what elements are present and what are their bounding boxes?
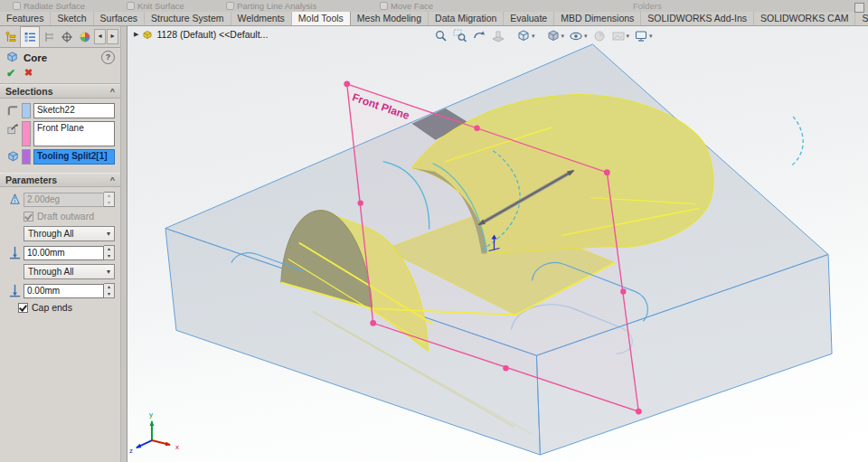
pull-direction-row: Front Plane (5, 121, 115, 146)
hide-show-items-button[interactable]: ▾ (568, 28, 589, 44)
tab-mesh-modeling[interactable]: Mesh Modeling (351, 12, 429, 25)
chevron-down-icon: ▾ (627, 33, 630, 40)
tab-weldments[interactable]: Weldments (231, 12, 292, 25)
tool-label: Radiate Surface (24, 1, 85, 11)
depth-2-row: ▴▾ (5, 283, 115, 298)
end-condition-1-select[interactable]: Through All ▾ (24, 226, 115, 241)
panel-splitter[interactable] (121, 26, 127, 462)
apply-scene-button[interactable]: ▾ (610, 28, 631, 44)
tab-mold-tools[interactable]: Mold Tools (292, 12, 351, 25)
tab-solidworks-add-ins[interactable]: SOLIDWORKS Add-Ins (641, 12, 754, 25)
feature-tree-breadcrumb[interactable]: ▶ 1128 (Default) <<Default... (134, 29, 268, 40)
tab-data-migration[interactable]: Data Migration (429, 12, 504, 25)
triad-z-label: z (129, 447, 133, 455)
display-style-icon (546, 29, 561, 43)
draft-angle-input[interactable] (24, 193, 104, 207)
tool-knit-surface[interactable]: Knit Surface (127, 0, 184, 12)
cap-ends-checkbox-row[interactable]: Cap ends (18, 302, 115, 313)
depth-2-icon (5, 283, 24, 298)
display-style-button[interactable]: ▾ (545, 28, 566, 44)
parameters-header-label: Parameters (5, 174, 57, 185)
parting-line-analysis-icon (226, 2, 234, 10)
ribbon-tab-bar: Features Sketch Surfaces Structure Syste… (0, 12, 868, 26)
core-body-selection[interactable]: Tooling Split2[1] (33, 149, 115, 165)
scene-icon (611, 29, 626, 43)
tab-property-manager[interactable] (20, 26, 40, 47)
tab-scroll-right-icon[interactable]: ▸ (107, 29, 118, 44)
flyout-tree-arrow-icon[interactable]: ▶ (134, 31, 138, 38)
view-orientation-button[interactable]: ▾ (515, 28, 536, 44)
section-view-button[interactable] (490, 28, 506, 44)
tab-features[interactable]: Features (0, 12, 51, 25)
tab-solidworks-cam[interactable]: SOLIDWORKS CAM (754, 12, 855, 25)
tab-solidworks-cam-tbm[interactable]: SOLIDWORKS CAM TBM (855, 12, 868, 25)
sketch-contour-icon (5, 103, 21, 118)
ok-button[interactable]: ✔ (6, 67, 15, 80)
previous-view-button[interactable] (471, 28, 487, 44)
tool-move-face[interactable]: Move Face (380, 0, 433, 12)
depth-1-row: ▴▾ (5, 245, 115, 260)
selections-group-header[interactable]: Selections ^ (0, 84, 120, 99)
tab-surfaces[interactable]: Surfaces (94, 12, 145, 25)
tab-structure-system[interactable]: Structure System (145, 12, 231, 25)
chevron-down-icon: ▾ (649, 33, 653, 40)
draft-angle-spinner[interactable]: ▴▾ (104, 192, 115, 207)
tab-configuration-manager[interactable] (40, 26, 58, 47)
pm-title-row: Core ? (0, 48, 120, 65)
feature-tree-icon (5, 31, 17, 43)
end-condition-2-select[interactable]: Through All ▾ (24, 264, 115, 279)
tab-dimxpert-manager[interactable] (58, 26, 76, 47)
draft-outward-label: Draft outward (37, 211, 94, 222)
tab-display-manager[interactable] (76, 26, 94, 47)
cap-ends-checkbox[interactable] (18, 303, 28, 313)
depth-1-input[interactable] (24, 246, 104, 260)
cancel-button[interactable]: ✖ (24, 67, 33, 80)
collapse-chevron-icon: ^ (110, 87, 115, 96)
depth-1-spinner[interactable]: ▴▾ (104, 245, 115, 260)
end-condition-2-value: Through All (28, 267, 74, 277)
tool-parting-line-analysis[interactable]: Parting Line Analysis (226, 0, 316, 12)
tab-evaluate[interactable]: Evaluate (504, 12, 554, 25)
tool-radiate-surface[interactable]: Radiate Surface (13, 0, 85, 12)
core-body-row: Tooling Split2[1] (5, 149, 115, 165)
tab-feature-tree[interactable] (2, 26, 20, 47)
configuration-manager-icon (42, 31, 55, 43)
pull-direction-selection[interactable]: Front Plane (33, 121, 115, 146)
view-settings-button[interactable]: ▾ (633, 28, 654, 44)
radiate-surface-icon (13, 2, 21, 10)
edit-appearance-button[interactable] (591, 28, 608, 44)
chevron-down-icon: ▾ (584, 33, 588, 40)
property-manager-icon (24, 31, 36, 43)
parameters-group-body: ▴▾ Draft outward Through All ▾ (0, 187, 120, 323)
zoom-to-area-button[interactable] (452, 28, 468, 44)
core-sketch-selection[interactable]: Sketch22 (33, 103, 115, 118)
tool-folders[interactable]: Folders (633, 0, 662, 12)
help-icon[interactable]: ? (101, 51, 115, 64)
tool-label: Move Face (391, 1, 433, 11)
tab-sketch[interactable]: Sketch (51, 12, 93, 25)
triad-x-label: x (175, 443, 179, 451)
core-feature-icon (5, 51, 19, 64)
zoom-to-fit-button[interactable] (433, 28, 449, 44)
display-manager-icon (79, 31, 91, 43)
solid-body-icon (5, 149, 21, 164)
part-document-icon (142, 29, 153, 40)
graphics-viewport[interactable]: ▶ 1128 (Default) <<Default... (127, 26, 868, 462)
sketch-color-swatch (22, 103, 31, 118)
depth-2-input[interactable] (24, 284, 104, 298)
selections-group-body: Sketch22 Front Plane (0, 99, 120, 173)
move-face-icon (380, 2, 388, 10)
draft-outward-checkbox-row[interactable]: Draft outward (24, 211, 115, 222)
parameters-group-header[interactable]: Parameters ^ (0, 173, 120, 187)
orientation-triad: y x z (129, 410, 179, 455)
tab-mbd-dimensions[interactable]: MBD Dimensions (554, 12, 641, 25)
model-scene[interactable]: Front Plane y x z (127, 26, 868, 462)
ribbon-pin-icon[interactable] (854, 3, 864, 13)
core-sketch-row: Sketch22 (5, 103, 115, 118)
ribbon-overflow-row: Radiate Surface Knit Surface Parting Lin… (0, 0, 868, 12)
previous-view-icon (472, 29, 486, 43)
depth-2-spinner[interactable]: ▴▾ (104, 283, 115, 298)
direction-color-swatch (22, 121, 31, 146)
tab-scroll-left-icon[interactable]: ◂ (94, 29, 106, 44)
draft-outward-checkbox[interactable] (24, 212, 33, 222)
